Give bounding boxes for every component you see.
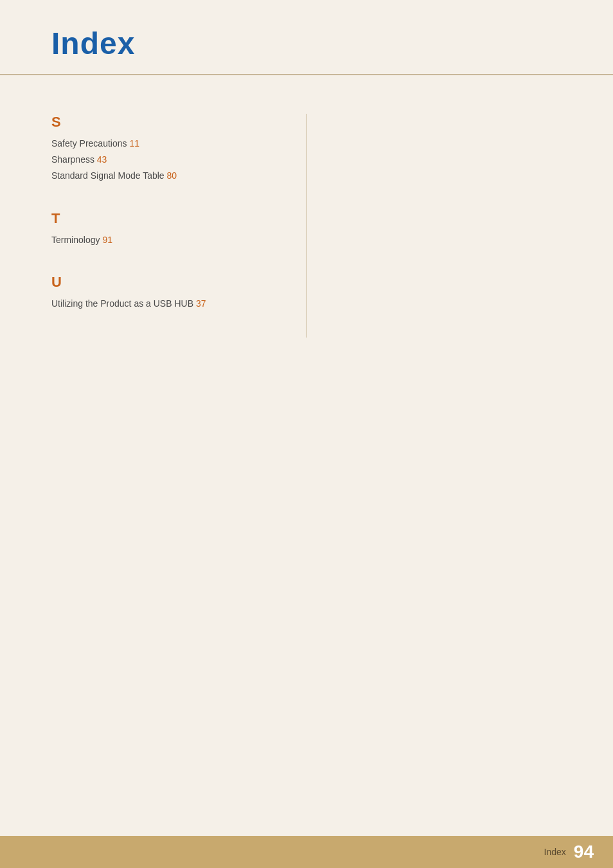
- entry-usb-hub: Utilizing the Product as a USB HUB 37: [51, 296, 281, 312]
- entry-terminology: Terminology 91: [51, 232, 281, 248]
- section-u: U Utilizing the Product as a USB HUB 37: [51, 274, 281, 312]
- footer-page-number: 94: [574, 842, 594, 862]
- section-letter-u: U: [51, 274, 281, 291]
- page: Index S Safety Precautions 11 Sharpness …: [0, 0, 613, 868]
- entry-safety-precautions: Safety Precautions 11: [51, 136, 281, 152]
- page-num-terminology: 91: [102, 235, 112, 245]
- content-area: S Safety Precautions 11 Sharpness 43 Sta…: [0, 75, 613, 376]
- page-num-safety: 11: [129, 138, 139, 149]
- footer: Index 94: [0, 836, 613, 868]
- section-s: S Safety Precautions 11 Sharpness 43 Sta…: [51, 114, 281, 185]
- section-t: T Terminology 91: [51, 210, 281, 248]
- section-letter-s: S: [51, 114, 281, 131]
- page-title: Index: [51, 26, 562, 61]
- entry-standard-signal: Standard Signal Mode Table 80: [51, 168, 281, 184]
- page-num-standard-signal: 80: [167, 170, 177, 181]
- header: Index: [0, 0, 613, 75]
- entry-sharpness: Sharpness 43: [51, 152, 281, 168]
- left-column: S Safety Precautions 11 Sharpness 43 Sta…: [51, 114, 306, 338]
- footer-label: Index: [544, 847, 566, 857]
- page-num-usb-hub: 37: [196, 298, 206, 309]
- section-letter-t: T: [51, 210, 281, 227]
- page-num-sharpness: 43: [97, 154, 107, 165]
- right-column: [306, 114, 562, 338]
